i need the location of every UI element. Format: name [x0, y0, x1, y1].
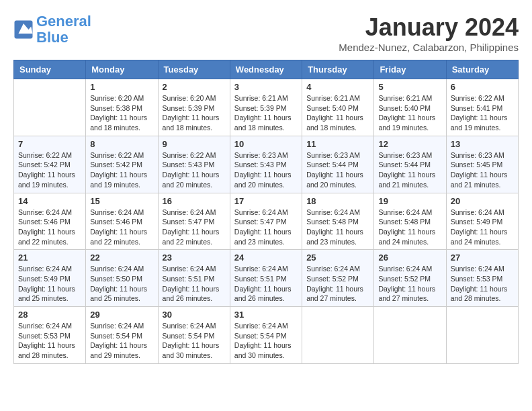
calendar-cell: 20Sunrise: 6:24 AMSunset: 5:49 PMDayligh… [446, 193, 518, 250]
calendar-cell: 31Sunrise: 6:24 AMSunset: 5:54 PMDayligh… [230, 307, 302, 364]
calendar-cell: 29Sunrise: 6:24 AMSunset: 5:54 PMDayligh… [86, 307, 158, 364]
day-number: 25 [306, 253, 369, 263]
calendar-week-row: 7Sunrise: 6:22 AMSunset: 5:42 PMDaylight… [14, 136, 519, 193]
day-info: Sunrise: 6:22 AMSunset: 5:41 PMDaylight:… [451, 93, 514, 133]
day-number: 26 [378, 253, 441, 263]
calendar-header-row: SundayMondayTuesdayWednesdayThursdayFrid… [14, 60, 519, 79]
day-number: 8 [90, 139, 153, 149]
calendar-cell: 9Sunrise: 6:22 AMSunset: 5:43 PMDaylight… [158, 136, 230, 193]
calendar-cell: 3Sunrise: 6:21 AMSunset: 5:39 PMDaylight… [230, 79, 302, 136]
day-info: Sunrise: 6:24 AMSunset: 5:54 PMDaylight:… [90, 321, 153, 361]
day-number: 19 [378, 196, 441, 206]
calendar-cell [446, 307, 518, 364]
calendar-cell [374, 307, 446, 364]
logo-line2: Blue [36, 29, 69, 46]
calendar-cell: 26Sunrise: 6:24 AMSunset: 5:52 PMDayligh… [374, 250, 446, 307]
calendar-cell: 15Sunrise: 6:24 AMSunset: 5:46 PMDayligh… [86, 193, 158, 250]
day-number: 10 [234, 139, 298, 149]
day-number: 17 [234, 196, 298, 206]
calendar-header-sunday: Sunday [14, 60, 86, 79]
calendar-header-saturday: Saturday [446, 60, 518, 79]
calendar-cell: 7Sunrise: 6:22 AMSunset: 5:42 PMDaylight… [14, 136, 86, 193]
day-info: Sunrise: 6:24 AMSunset: 5:51 PMDaylight:… [163, 264, 226, 304]
calendar-cell [302, 307, 374, 364]
month-title: January 2024 [339, 13, 519, 42]
day-info: Sunrise: 6:24 AMSunset: 5:54 PMDaylight:… [234, 321, 298, 361]
day-info: Sunrise: 6:24 AMSunset: 5:48 PMDaylight:… [306, 208, 369, 247]
calendar-cell: 1Sunrise: 6:20 AMSunset: 5:38 PMDaylight… [86, 79, 158, 136]
day-info: Sunrise: 6:24 AMSunset: 5:49 PMDaylight:… [451, 208, 514, 247]
day-info: Sunrise: 6:23 AMSunset: 5:44 PMDaylight:… [378, 150, 441, 190]
calendar-cell: 22Sunrise: 6:24 AMSunset: 5:50 PMDayligh… [86, 250, 158, 307]
calendar-cell: 25Sunrise: 6:24 AMSunset: 5:52 PMDayligh… [302, 250, 374, 307]
day-info: Sunrise: 6:22 AMSunset: 5:42 PMDaylight:… [18, 150, 81, 190]
day-info: Sunrise: 6:24 AMSunset: 5:46 PMDaylight:… [90, 208, 153, 247]
day-info: Sunrise: 6:21 AMSunset: 5:40 PMDaylight:… [378, 93, 441, 133]
calendar-cell: 13Sunrise: 6:23 AMSunset: 5:45 PMDayligh… [446, 136, 518, 193]
calendar-body: 1Sunrise: 6:20 AMSunset: 5:38 PMDaylight… [14, 79, 519, 364]
day-info: Sunrise: 6:23 AMSunset: 5:43 PMDaylight:… [234, 150, 298, 190]
calendar-cell: 27Sunrise: 6:24 AMSunset: 5:53 PMDayligh… [446, 250, 518, 307]
day-info: Sunrise: 6:24 AMSunset: 5:48 PMDaylight:… [378, 208, 441, 247]
day-info: Sunrise: 6:20 AMSunset: 5:39 PMDaylight:… [163, 93, 226, 133]
day-number: 21 [18, 253, 81, 263]
day-number: 23 [163, 253, 226, 263]
day-number: 6 [451, 82, 514, 92]
day-number: 27 [451, 253, 514, 263]
day-info: Sunrise: 6:24 AMSunset: 5:49 PMDaylight:… [18, 264, 81, 304]
day-number: 13 [451, 139, 514, 149]
day-info: Sunrise: 6:22 AMSunset: 5:43 PMDaylight:… [163, 150, 226, 190]
day-info: Sunrise: 6:21 AMSunset: 5:40 PMDaylight:… [306, 93, 369, 133]
day-number: 31 [234, 310, 298, 320]
day-number: 15 [90, 196, 153, 206]
day-info: Sunrise: 6:22 AMSunset: 5:42 PMDaylight:… [90, 150, 153, 190]
day-number: 24 [234, 253, 298, 263]
calendar-cell: 16Sunrise: 6:24 AMSunset: 5:47 PMDayligh… [158, 193, 230, 250]
calendar-cell: 12Sunrise: 6:23 AMSunset: 5:44 PMDayligh… [374, 136, 446, 193]
calendar-header-friday: Friday [374, 60, 446, 79]
day-info: Sunrise: 6:24 AMSunset: 5:52 PMDaylight:… [378, 264, 441, 304]
calendar-cell: 11Sunrise: 6:23 AMSunset: 5:44 PMDayligh… [302, 136, 374, 193]
calendar-cell: 2Sunrise: 6:20 AMSunset: 5:39 PMDaylight… [158, 79, 230, 136]
day-number: 5 [378, 82, 441, 92]
day-number: 11 [306, 139, 369, 149]
day-number: 3 [234, 82, 298, 92]
calendar-cell: 30Sunrise: 6:24 AMSunset: 5:54 PMDayligh… [158, 307, 230, 364]
calendar-table: SundayMondayTuesdayWednesdayThursdayFrid… [13, 60, 519, 364]
day-info: Sunrise: 6:24 AMSunset: 5:46 PMDaylight:… [18, 208, 81, 247]
logo: General Blue [13, 13, 91, 46]
calendar-cell: 8Sunrise: 6:22 AMSunset: 5:42 PMDaylight… [86, 136, 158, 193]
day-info: Sunrise: 6:20 AMSunset: 5:38 PMDaylight:… [90, 93, 153, 133]
day-info: Sunrise: 6:24 AMSunset: 5:50 PMDaylight:… [90, 264, 153, 304]
day-number: 29 [90, 310, 153, 320]
calendar-header-tuesday: Tuesday [158, 60, 230, 79]
calendar-cell: 24Sunrise: 6:24 AMSunset: 5:51 PMDayligh… [230, 250, 302, 307]
day-info: Sunrise: 6:24 AMSunset: 5:47 PMDaylight:… [234, 208, 298, 247]
day-number: 7 [18, 139, 81, 149]
calendar-header-thursday: Thursday [302, 60, 374, 79]
day-info: Sunrise: 6:24 AMSunset: 5:54 PMDaylight:… [163, 321, 226, 361]
title-block: January 2024 Mendez-Nunez, Calabarzon, P… [339, 13, 519, 53]
day-info: Sunrise: 6:21 AMSunset: 5:39 PMDaylight:… [234, 93, 298, 133]
calendar-cell: 19Sunrise: 6:24 AMSunset: 5:48 PMDayligh… [374, 193, 446, 250]
logo-line1: General [36, 13, 91, 30]
location: Mendez-Nunez, Calabarzon, Philippines [339, 42, 519, 53]
day-number: 20 [451, 196, 514, 206]
logo-icon [13, 19, 34, 40]
day-number: 14 [18, 196, 81, 206]
day-info: Sunrise: 6:24 AMSunset: 5:53 PMDaylight:… [18, 321, 81, 361]
page-header: General Blue January 2024 Mendez-Nunez, … [13, 13, 519, 53]
calendar-cell [14, 79, 86, 136]
calendar-week-row: 21Sunrise: 6:24 AMSunset: 5:49 PMDayligh… [14, 250, 519, 307]
calendar-cell: 18Sunrise: 6:24 AMSunset: 5:48 PMDayligh… [302, 193, 374, 250]
day-number: 30 [163, 310, 226, 320]
day-number: 1 [90, 82, 153, 92]
calendar-week-row: 28Sunrise: 6:24 AMSunset: 5:53 PMDayligh… [14, 307, 519, 364]
calendar-header-wednesday: Wednesday [230, 60, 302, 79]
calendar-cell: 23Sunrise: 6:24 AMSunset: 5:51 PMDayligh… [158, 250, 230, 307]
calendar-cell: 17Sunrise: 6:24 AMSunset: 5:47 PMDayligh… [230, 193, 302, 250]
calendar-cell: 4Sunrise: 6:21 AMSunset: 5:40 PMDaylight… [302, 79, 374, 136]
calendar-cell: 14Sunrise: 6:24 AMSunset: 5:46 PMDayligh… [14, 193, 86, 250]
calendar-week-row: 14Sunrise: 6:24 AMSunset: 5:46 PMDayligh… [14, 193, 519, 250]
day-number: 12 [378, 139, 441, 149]
